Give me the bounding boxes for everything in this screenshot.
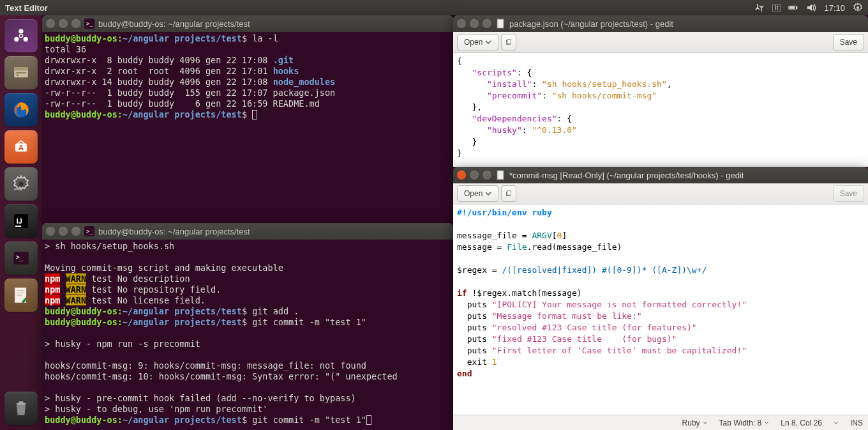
svg-rect-36 [507,191,511,195]
minimize-icon[interactable] [59,227,68,236]
terminal-output[interactable]: > sh hooks/setup_hooks.sh Moving commit-… [42,240,453,430]
svg-rect-9 [14,67,28,70]
trash-icon[interactable] [4,392,38,425]
software-center-icon[interactable]: A [4,130,38,164]
terminal-titlebar-icon: >_ [84,19,94,29]
save-button[interactable]: Save [833,34,864,50]
window-title: *commit-msg [Read-Only] (~/angular proje… [509,171,744,180]
minimize-icon[interactable] [470,19,479,28]
network-icon[interactable] [754,3,765,13]
new-tab-button[interactable] [501,185,516,202]
svg-rect-31 [497,19,504,28]
terminal-window-2: >_ buddy@buddy-os: ~/angular projects/te… [42,223,453,430]
document-icon [495,170,505,180]
unity-launcher: A IJ >_ [0,15,42,430]
window-title: package.json (~/angular projects/test) -… [509,19,673,29]
svg-text:>_: >_ [16,254,24,261]
intellij-icon[interactable]: IJ [4,204,38,238]
svg-rect-33 [507,40,511,43]
svg-text:>_: >_ [86,20,93,27]
firefox-icon[interactable] [4,93,38,127]
terminal-window-1: >_ buddy@buddy-os: ~/angular projects/te… [42,15,453,223]
document-icon [495,19,505,29]
svg-point-15 [19,181,23,186]
editor-content[interactable]: #!/usr/bin/env ruby message_file = ARGV[… [453,204,868,415]
text-editor-icon[interactable] [4,279,38,312]
open-button[interactable]: Open [457,185,498,202]
clock[interactable]: 17:10 [824,3,845,13]
gedit-statusbar: Ruby Tab Width: 8 Ln 8, Col 26 INS [453,415,868,430]
svg-rect-18 [15,226,21,227]
svg-point-4 [19,29,23,33]
svg-rect-1 [797,7,797,9]
titlebar[interactable]: *commit-msg [Read-Only] (~/angular proje… [453,167,868,183]
svg-point-5 [14,37,19,42]
svg-rect-10 [16,72,26,73]
status-language[interactable]: Ruby [682,418,708,427]
gedit-window-commit-msg: *commit-msg [Read-Only] (~/angular proje… [453,167,868,430]
svg-text:A: A [19,143,24,151]
settings-icon[interactable] [4,167,38,201]
titlebar[interactable]: >_ buddy@buddy-os: ~/angular projects/te… [42,223,453,240]
svg-text:IJ: IJ [17,217,22,225]
close-icon[interactable] [457,171,466,180]
svg-point-6 [24,37,28,42]
close-icon[interactable] [46,227,55,236]
cursor [252,110,257,119]
dash-icon[interactable] [4,19,38,52]
files-icon[interactable] [4,56,38,89]
svg-point-3 [857,6,859,9]
minimize-icon[interactable] [59,19,68,28]
status-cursor-position: Ln 8, Col 26 [781,418,822,427]
maximize-icon[interactable] [483,19,491,28]
maximize-icon[interactable] [71,227,80,236]
keyboard-layout-indicator[interactable]: It [772,4,781,12]
top-panel: Text Editor It 17:10 [0,0,868,15]
maximize-icon[interactable] [71,19,80,28]
maximize-icon[interactable] [483,171,491,180]
gedit-window-package-json: package.json (~/angular projects/test) -… [453,15,868,167]
editor-content[interactable]: { "scripts": { "install": "sh hooks/setu… [453,53,868,167]
open-button[interactable]: Open [457,34,498,50]
svg-rect-34 [497,171,504,180]
window-title: buddy@buddy-os: ~/angular projects/test [98,227,250,236]
svg-rect-26 [19,401,23,403]
status-goto[interactable] [834,420,839,426]
svg-point-11 [17,74,19,76]
battery-icon[interactable] [788,3,798,13]
close-icon[interactable] [457,19,466,28]
status-tab-width[interactable]: Tab Width: 8 [719,418,770,427]
gedit-toolbar: Open Save [453,183,868,204]
minimize-icon[interactable] [470,171,479,180]
new-tab-button[interactable] [501,34,516,50]
terminal-output[interactable]: buddy@buddy-os:~/angular projects/test$ … [42,32,453,223]
close-icon[interactable] [46,19,55,28]
gedit-toolbar: Open Save [453,32,868,53]
terminal-icon[interactable]: >_ [4,242,38,275]
terminal-titlebar-icon: >_ [84,226,94,236]
titlebar[interactable]: >_ buddy@buddy-os: ~/angular projects/te… [42,15,453,32]
svg-text:>_: >_ [86,228,93,234]
window-title: buddy@buddy-os: ~/angular projects/test [98,19,250,29]
active-app-title: Text Editor [5,3,48,13]
titlebar[interactable]: package.json (~/angular projects/test) -… [453,15,868,32]
volume-icon[interactable] [806,3,816,13]
cursor [366,415,371,425]
svg-point-7 [19,34,22,37]
svg-rect-2 [789,7,795,9]
save-button[interactable]: Save [833,185,864,202]
gear-icon[interactable] [853,3,863,13]
status-insert-mode[interactable]: INS [850,418,863,427]
